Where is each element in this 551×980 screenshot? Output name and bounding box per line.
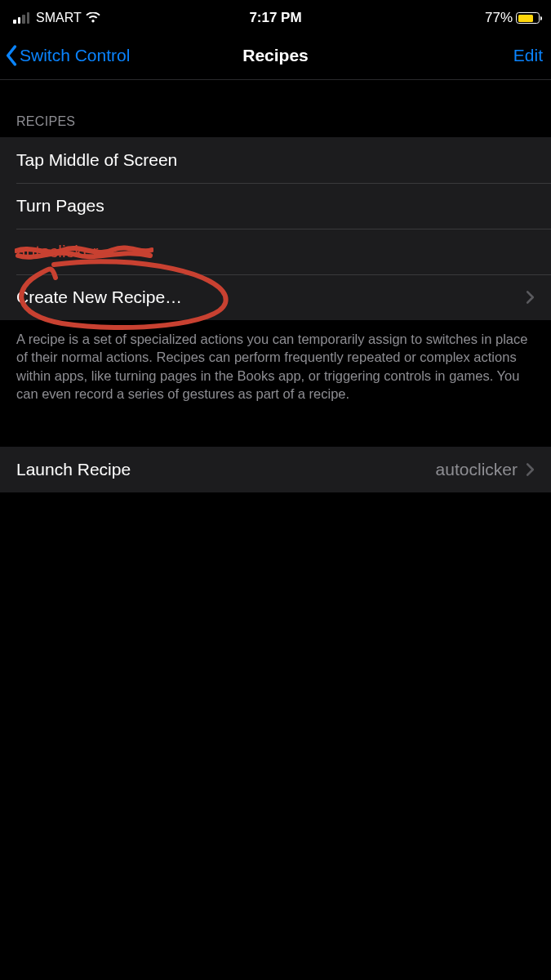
section-header-recipes: RECIPES xyxy=(0,80,551,137)
battery-percent: 77% xyxy=(485,10,513,26)
recipes-list: Tap Middle of Screen Turn Pages autoclic… xyxy=(0,137,551,320)
back-label: Switch Control xyxy=(20,46,130,65)
chevron-left-icon xyxy=(5,45,18,66)
recipe-row-tap-middle[interactable]: Tap Middle of Screen xyxy=(0,137,551,183)
nav-bar: Switch Control Recipes Edit xyxy=(0,36,551,80)
row-label: Launch Recipe xyxy=(16,460,131,479)
battery-icon xyxy=(516,12,540,24)
status-right: 77% xyxy=(485,10,540,26)
back-button[interactable]: Switch Control xyxy=(5,45,130,66)
carrier-label: SMART xyxy=(36,11,82,25)
status-left: SMART xyxy=(13,11,101,25)
row-label: Turn Pages xyxy=(16,196,104,216)
edit-button[interactable]: Edit xyxy=(513,46,543,65)
recipe-row-autoclicker[interactable]: autoclicker xyxy=(0,229,551,274)
page-title: Recipes xyxy=(242,46,309,65)
recipe-row-turn-pages[interactable]: Turn Pages xyxy=(0,183,551,229)
row-label: Tap Middle of Screen xyxy=(16,150,177,170)
row-value: autoclicker xyxy=(436,460,518,479)
status-bar: SMART 7:17 PM 77% xyxy=(0,0,551,36)
launch-recipe-list: Launch Recipe autoclicker xyxy=(0,447,551,492)
chevron-right-icon xyxy=(526,290,535,305)
row-label: autoclicker xyxy=(16,242,98,261)
row-label: Create New Recipe… xyxy=(16,287,182,307)
create-new-recipe-row[interactable]: Create New Recipe… xyxy=(0,274,551,320)
launch-recipe-row[interactable]: Launch Recipe autoclicker xyxy=(0,447,551,492)
section-footer-text: A recipe is a set of specialized actions… xyxy=(0,320,551,427)
status-time: 7:17 PM xyxy=(249,10,301,26)
chevron-right-icon xyxy=(526,462,535,477)
wifi-icon xyxy=(85,12,101,24)
signal-bars-icon xyxy=(13,12,29,24)
